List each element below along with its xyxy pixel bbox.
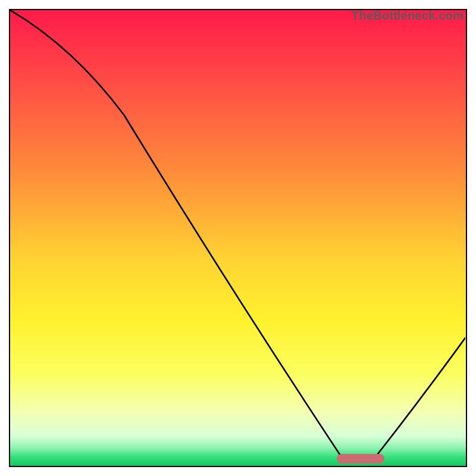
bottleneck-curve xyxy=(10,10,465,465)
chart-frame: TheBottleneck.com xyxy=(9,9,467,467)
optimal-range-marker xyxy=(337,454,385,464)
